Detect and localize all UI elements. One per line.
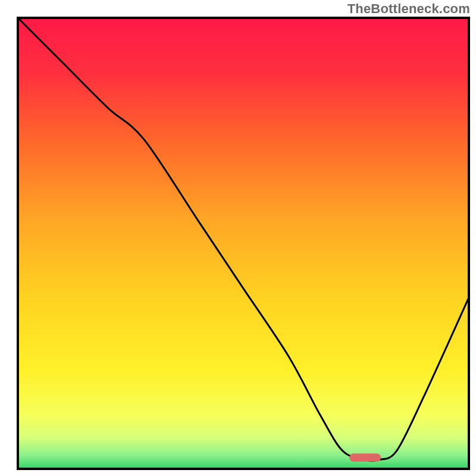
bottleneck-chart bbox=[0, 0, 476, 476]
optimal-marker bbox=[349, 453, 381, 462]
